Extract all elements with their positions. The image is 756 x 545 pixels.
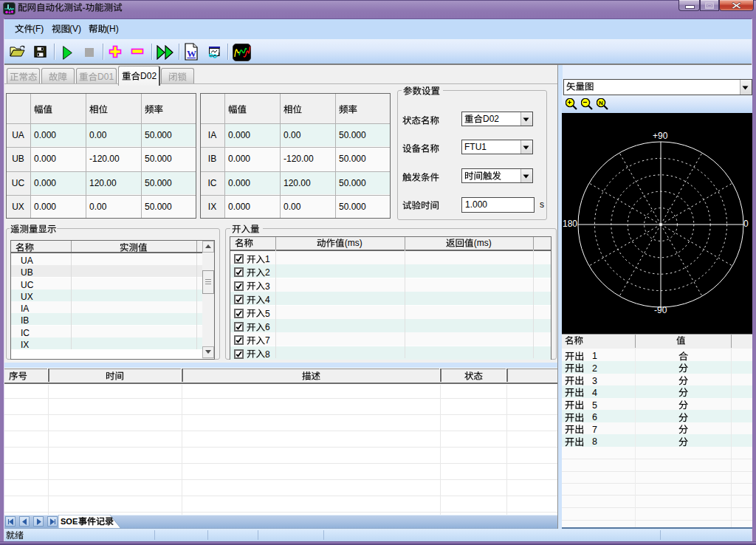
svg-text:N: N [599, 100, 603, 106]
svg-text:W: W [187, 48, 196, 59]
